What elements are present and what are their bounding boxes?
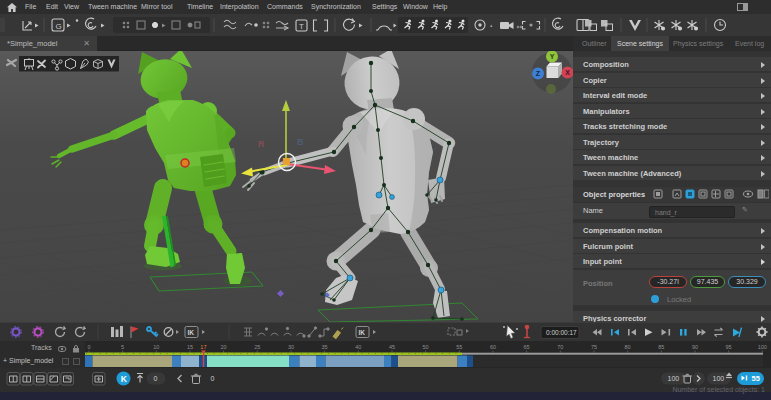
- svg-text:15: 15: [187, 344, 193, 350]
- svg-text:Y: Y: [550, 53, 555, 60]
- svg-text:5: 5: [121, 344, 124, 350]
- svg-text:100: 100: [713, 375, 725, 382]
- svg-text:90: 90: [692, 344, 698, 350]
- svg-text:X: X: [565, 69, 570, 76]
- svg-text:45: 45: [389, 344, 395, 350]
- svg-text:0: 0: [211, 375, 215, 382]
- svg-text:B: B: [297, 137, 304, 147]
- svg-text:40: 40: [355, 344, 361, 350]
- svg-text:0: 0: [87, 344, 90, 350]
- svg-text:10: 10: [153, 344, 159, 350]
- svg-text:55: 55: [752, 374, 760, 383]
- svg-text:95: 95: [726, 344, 732, 350]
- svg-text:50: 50: [423, 344, 429, 350]
- svg-text:100: 100: [758, 344, 767, 350]
- svg-text:20: 20: [221, 344, 227, 350]
- svg-text:IK: IK: [188, 329, 195, 336]
- svg-text:IK: IK: [359, 329, 366, 336]
- svg-text:80: 80: [625, 344, 631, 350]
- svg-text:0:00:00:17: 0:00:00:17: [546, 329, 577, 336]
- svg-text:70: 70: [557, 344, 563, 350]
- svg-text:85: 85: [658, 344, 664, 350]
- svg-text:17: 17: [200, 344, 206, 350]
- svg-text:25: 25: [254, 344, 260, 350]
- svg-text:75: 75: [591, 344, 597, 350]
- svg-text:65: 65: [524, 344, 530, 350]
- svg-text:G: G: [56, 22, 62, 31]
- svg-text:T: T: [299, 22, 304, 31]
- svg-text:100: 100: [668, 375, 680, 382]
- svg-text:30: 30: [288, 344, 294, 350]
- svg-text:55: 55: [456, 344, 462, 350]
- svg-text:K: K: [121, 374, 128, 384]
- svg-text:R: R: [258, 139, 265, 149]
- svg-text:60: 60: [490, 344, 496, 350]
- svg-text:35: 35: [322, 344, 328, 350]
- svg-text:0: 0: [154, 375, 158, 382]
- svg-text:Z: Z: [536, 70, 541, 77]
